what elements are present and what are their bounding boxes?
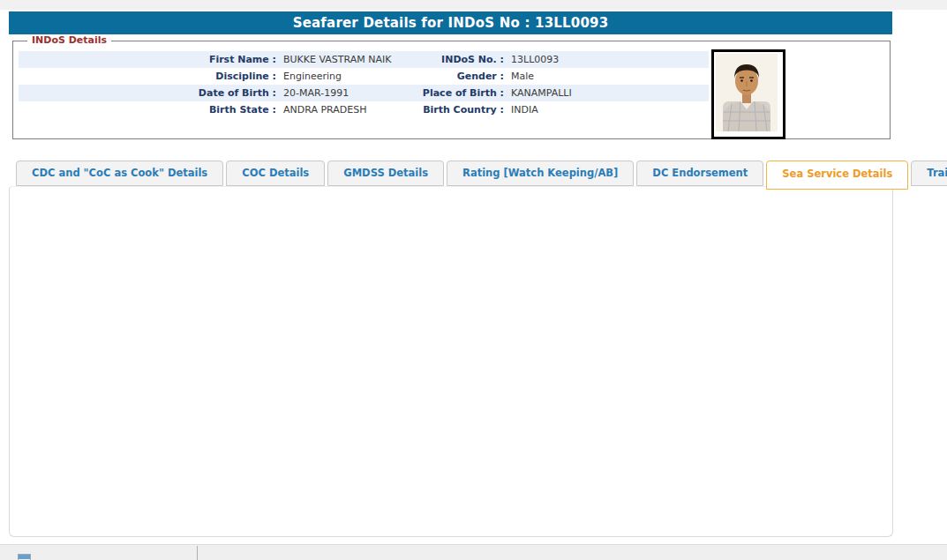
field-label: Birth Country : — [407, 101, 504, 118]
field-value: KANAMPALLI — [504, 85, 709, 101]
window-icon — [18, 554, 31, 560]
seafarer-details-page: Seafarer Details for INDoS No : 13LL0093… — [0, 0, 947, 560]
portrait-image — [716, 54, 778, 131]
field-label: Place of Birth : — [407, 85, 504, 101]
field-value: Male — [504, 68, 709, 85]
footer-divider — [197, 546, 198, 560]
fieldset-legend: INDoS Details — [27, 34, 111, 46]
tab-rating-watch-keeping-ab[interactable]: Rating [Watch Keeping/AB] — [447, 161, 634, 186]
detail-row: Discipline : Engineering Gender : Male — [19, 68, 709, 85]
field-value: Engineering — [276, 68, 407, 85]
field-value: 20-MAR-1991 — [276, 85, 407, 101]
tab-training-details[interactable]: Training Details — [911, 161, 947, 186]
detail-row: First Name : BUKKE VASTRAM NAIK INDoS No… — [19, 51, 709, 68]
top-strip — [0, 0, 947, 10]
bottom-strip — [0, 544, 947, 560]
indos-detail-rows: First Name : BUKKE VASTRAM NAIK INDoS No… — [19, 51, 709, 118]
field-value: BUKKE VASTRAM NAIK — [276, 51, 407, 68]
tab-gmdss-details[interactable]: GMDSS Details — [327, 161, 444, 186]
tab-strip: CDC and "CoC as Cook" DetailsCOC Details… — [16, 161, 947, 190]
field-label: Gender : — [407, 68, 504, 85]
detail-row: Birth State : ANDRA PRADESH Birth Countr… — [19, 101, 709, 118]
field-value: 13LL0093 — [504, 51, 709, 68]
field-value: INDIA — [504, 101, 709, 118]
tab-content-panel — [9, 186, 893, 537]
tab-cdc-and-coc-as-cook-details[interactable]: CDC and "CoC as Cook" Details — [16, 161, 223, 186]
tab-dc-endorsement[interactable]: DC Endorsement — [636, 161, 763, 186]
field-label: Discipline : — [19, 68, 276, 85]
tab-coc-details[interactable]: COC Details — [226, 161, 325, 186]
field-label: Date of Birth : — [19, 85, 276, 101]
field-label: First Name : — [19, 51, 276, 68]
field-value: ANDRA PRADESH — [276, 101, 407, 118]
field-label: Birth State : — [19, 101, 276, 118]
detail-row: Date of Birth : 20-MAR-1991 Place of Bir… — [19, 85, 709, 101]
page-title: Seafarer Details for INDoS No : 13LL0093 — [9, 11, 892, 34]
seafarer-photo — [711, 49, 785, 139]
tab-sea-service-details[interactable]: Sea Service Details — [766, 161, 908, 190]
field-label: INDoS No. : — [407, 51, 504, 68]
